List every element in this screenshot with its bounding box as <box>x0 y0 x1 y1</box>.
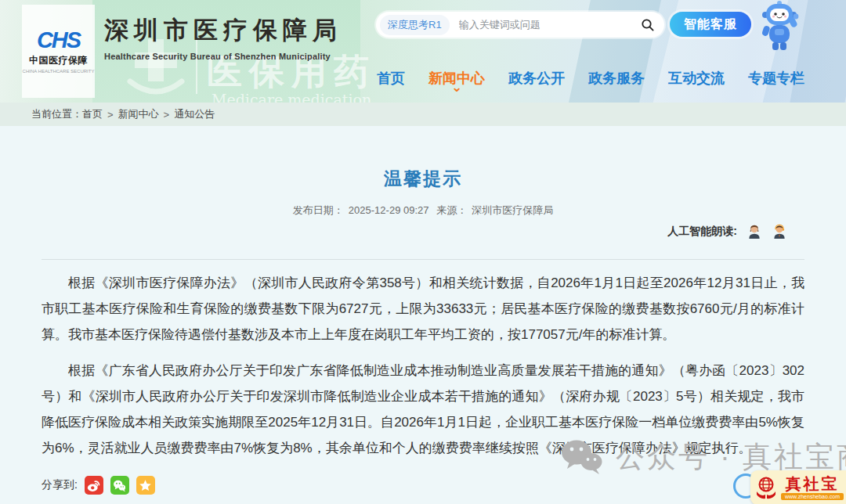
search-input[interactable] <box>457 18 641 31</box>
source-label: 来源： <box>436 204 467 216</box>
share-wechat-button[interactable] <box>110 476 129 495</box>
ai-read-aloud: 人工智能朗读: <box>667 224 787 239</box>
article-main: 温馨提示 发布日期：2025-12-29 09:27 来源：深圳市医疗保障局 人… <box>0 126 846 504</box>
zhenshebao-url: www.zhenshebao.com <box>781 493 844 500</box>
site-title: 深圳市医疗保障局 Healthcare Security Bureau of S… <box>104 14 342 61</box>
chs-logo-acronym: CHS <box>37 29 80 52</box>
male-reader-avatar[interactable] <box>772 224 787 239</box>
search-button[interactable] <box>641 18 655 32</box>
breadcrumb-notices[interactable]: 通知公告 <box>174 107 215 121</box>
breadcrumb-separator: > <box>164 109 170 121</box>
ai-read-aloud-label: 人工智能朗读: <box>667 225 737 239</box>
publish-date-label: 发布日期： <box>293 204 344 216</box>
active-tab-indicator-icon: ⌄ <box>451 81 462 94</box>
chs-logo-name-en: CHINA HEALTHCARE SECURITY <box>23 69 95 74</box>
deep-think-mode-tag[interactable]: 深度思考R1 <box>380 15 450 35</box>
share-weibo-button[interactable] <box>85 476 103 495</box>
wechat-icon <box>561 439 603 475</box>
nav-item-interaction[interactable]: 互动交流 <box>668 69 725 88</box>
search-bar: 深度思考R1 <box>374 10 666 39</box>
share-label: 分享到: <box>42 478 78 492</box>
chs-logo: CHS 中国医疗保障 CHINA HEALTHCARE SECURITY <box>22 5 95 98</box>
site-title-en: Healthcare Security Bureau of Shenzhen M… <box>104 52 342 61</box>
zhenshebao-name: 真社宝 <box>786 475 840 492</box>
publish-date: 2025-12-29 09:27 <box>349 204 429 216</box>
zhenshebao-badge: 真社宝 www.zhenshebao.com <box>750 470 846 504</box>
weibo-icon <box>87 479 100 492</box>
nav-item-gov-info[interactable]: 政务公开 <box>508 69 565 88</box>
robot-mascot-icon[interactable] <box>754 1 804 56</box>
search-icon <box>641 18 655 32</box>
article-meta: 发布日期：2025-12-29 09:27 来源：深圳市医疗保障局 <box>0 203 846 218</box>
source-value: 深圳市医疗保障局 <box>472 204 553 216</box>
nav-item-gov-services[interactable]: 政务服务 <box>588 69 645 88</box>
female-reader-avatar[interactable] <box>747 224 762 239</box>
chs-logo-name: 中国医疗保障 <box>29 54 88 67</box>
article-title: 温馨提示 <box>0 167 846 191</box>
smart-customer-service-button[interactable]: 智能客服 <box>670 12 751 37</box>
site-header: 医保用药 Medicare medication CHS 中国医疗保障 CHIN… <box>0 0 846 103</box>
share-row: 分享到: <box>42 476 155 495</box>
nav-item-home[interactable]: 首页 <box>377 69 405 88</box>
zhenshebao-logo-icon <box>755 476 777 499</box>
site-title-cn: 深圳市医疗保障局 <box>104 14 342 47</box>
page: 医保用药 Medicare medication CHS 中国医疗保障 CHIN… <box>0 0 846 504</box>
nav-item-news[interactable]: 新闻中心 ⌄ <box>428 69 485 88</box>
breadcrumb-home[interactable]: 首页 <box>82 107 103 121</box>
breadcrumb-prefix: 当前位置： <box>31 107 82 121</box>
breadcrumb: 当前位置： 首页 > 新闻中心 > 通知公告 <box>0 103 846 126</box>
wechat-icon <box>113 479 126 492</box>
article-paragraph: 根据《深圳市医疗保障办法》（深圳市人民政府令第358号）和相关统计数据，自202… <box>42 270 804 347</box>
star-icon <box>139 479 152 492</box>
share-qzone-button[interactable] <box>136 476 155 495</box>
breadcrumb-news-center[interactable]: 新闻中心 <box>118 107 159 121</box>
breadcrumb-separator: > <box>107 109 114 121</box>
content-divider <box>42 259 804 260</box>
main-nav: 首页 新闻中心 ⌄ 政务公开 政务服务 互动交流 专题专栏 <box>377 69 804 88</box>
nav-item-special-topics[interactable]: 专题专栏 <box>748 69 804 88</box>
